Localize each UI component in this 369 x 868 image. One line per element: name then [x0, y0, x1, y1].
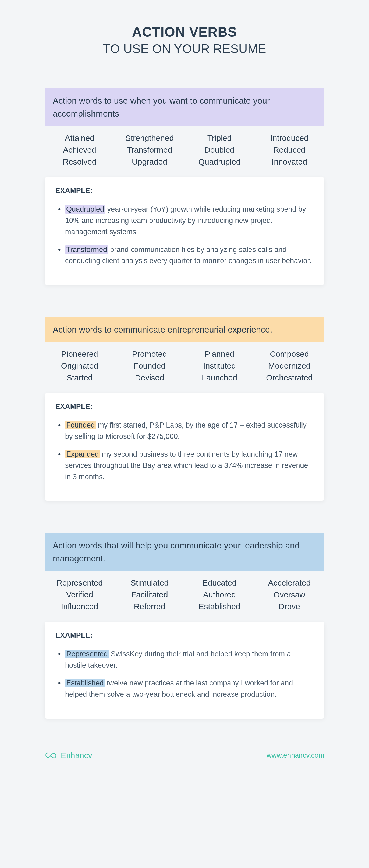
word-cell: Educated [184, 578, 255, 587]
word-cell: Introduced [255, 133, 324, 143]
word-cell: Reduced [255, 145, 324, 155]
word-cell: Planned [184, 349, 255, 359]
word-cell: Transformed [114, 145, 184, 155]
highlighted-verb: Founded [65, 421, 96, 429]
word-cell: Innovated [255, 157, 324, 166]
section: Action words to use when you want to com… [45, 88, 324, 285]
word-cell: Founded [114, 361, 184, 370]
word-cell: Devised [114, 373, 184, 382]
example-item: Represented SwissKey during their trial … [56, 649, 313, 671]
word-cell: Resolved [45, 157, 114, 166]
word-cell: Promoted [114, 349, 184, 359]
word-cell: Quadrupled [184, 157, 255, 166]
word-cell: Established [184, 602, 255, 611]
example-item: Quadrupled year-on-year (YoY) growth whi… [56, 204, 313, 238]
example-list: Represented SwissKey during their trial … [56, 649, 313, 700]
word-cell: Composed [255, 349, 324, 359]
highlighted-verb: Quadrupled [65, 205, 105, 214]
word-grid: PioneeredPromotedPlannedComposedOriginat… [45, 342, 324, 393]
word-cell: Doubled [184, 145, 255, 155]
highlighted-verb: Transformed [65, 245, 108, 254]
word-cell: Attained [45, 133, 114, 143]
section-heading: Action words to use when you want to com… [45, 88, 324, 126]
word-cell: Instituted [184, 361, 255, 370]
word-cell: Pioneered [45, 349, 114, 359]
brand-name: Enhancv [61, 751, 92, 760]
example-text: my second business to three continents b… [65, 450, 308, 481]
word-cell: Verified [45, 590, 114, 599]
page-title: ACTION VERBS [45, 24, 324, 40]
section-heading: Action words that will help you communic… [45, 533, 324, 571]
example-item: Expanded my second business to three con… [56, 449, 313, 483]
word-cell: Achieved [45, 145, 114, 155]
word-cell: Upgraded [114, 157, 184, 166]
highlighted-verb: Established [65, 679, 105, 687]
word-cell: Launched [184, 373, 255, 382]
word-cell: Modernized [255, 361, 324, 370]
example-list: Quadrupled year-on-year (YoY) growth whi… [56, 204, 313, 267]
word-cell: Facilitated [114, 590, 184, 599]
example-card: EXAMPLE:Quadrupled year-on-year (YoY) gr… [45, 177, 324, 285]
brand-logo: Enhancv [45, 751, 92, 760]
example-label: EXAMPLE: [56, 186, 313, 195]
word-cell: Referred [114, 602, 184, 611]
footer: Enhancv www.enhancv.com [45, 751, 324, 760]
word-cell: Started [45, 373, 114, 382]
example-item: Transformed brand communication files by… [56, 244, 313, 267]
word-cell: Authored [184, 590, 255, 599]
word-grid: AttainedStrengthenedTripledIntroducedAch… [45, 126, 324, 177]
example-text: my first started, P&P Labs, by the age o… [65, 421, 307, 440]
example-label: EXAMPLE: [56, 402, 313, 410]
section: Action words that will help you communic… [45, 533, 324, 718]
highlighted-verb: Represented [65, 650, 109, 658]
example-card: EXAMPLE:Founded my first started, P&P La… [45, 393, 324, 501]
word-cell: Strengthened [114, 133, 184, 143]
word-cell: Oversaw [255, 590, 324, 599]
example-label: EXAMPLE: [56, 631, 313, 640]
page-subtitle: TO USE ON YOUR RESUME [45, 41, 324, 56]
word-cell: Tripled [184, 133, 255, 143]
section: Action words to communicate entrepreneur… [45, 317, 324, 501]
highlighted-verb: Expanded [65, 450, 100, 459]
word-grid: RepresentedStimulatedEducatedAccelerated… [45, 571, 324, 622]
word-cell: Orchestrated [255, 373, 324, 382]
word-cell: Stimulated [114, 578, 184, 587]
example-item: Established twelve new practices at the … [56, 678, 313, 700]
word-cell: Drove [255, 602, 324, 611]
section-heading: Action words to communicate entrepreneur… [45, 317, 324, 342]
example-item: Founded my first started, P&P Labs, by t… [56, 420, 313, 442]
site-url: www.enhancv.com [267, 751, 324, 760]
infinity-icon [45, 751, 57, 760]
word-cell: Originated [45, 361, 114, 370]
example-list: Founded my first started, P&P Labs, by t… [56, 420, 313, 483]
word-cell: Accelerated [255, 578, 324, 587]
example-card: EXAMPLE:Represented SwissKey during thei… [45, 622, 324, 718]
word-cell: Influenced [45, 602, 114, 611]
word-cell: Represented [45, 578, 114, 587]
